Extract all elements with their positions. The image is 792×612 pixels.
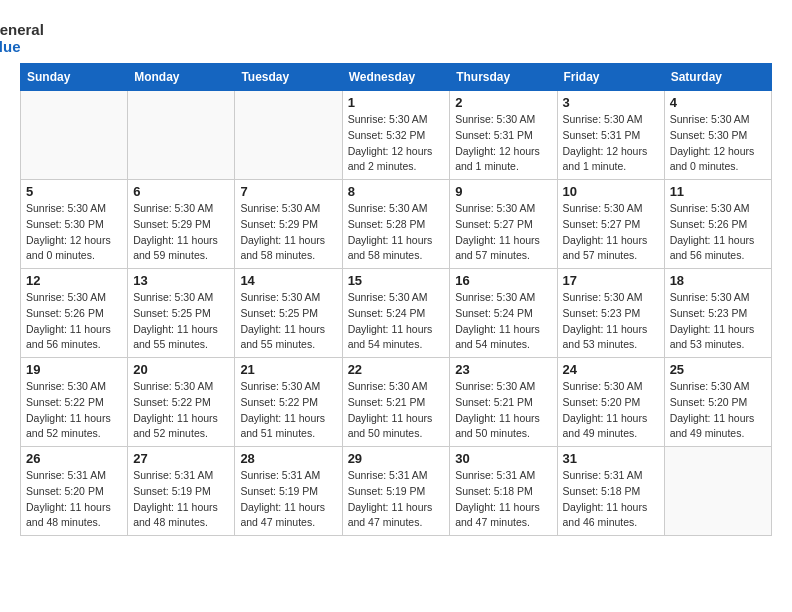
day-number: 19 [26, 362, 122, 377]
calendar-cell: 30Sunrise: 5:31 AM Sunset: 5:18 PM Dayli… [450, 447, 557, 536]
calendar-cell: 14Sunrise: 5:30 AM Sunset: 5:25 PM Dayli… [235, 269, 342, 358]
day-number: 3 [563, 95, 659, 110]
calendar-cell [664, 447, 771, 536]
calendar-cell: 17Sunrise: 5:30 AM Sunset: 5:23 PM Dayli… [557, 269, 664, 358]
day-info: Sunrise: 5:30 AM Sunset: 5:30 PM Dayligh… [26, 201, 122, 264]
calendar-cell: 23Sunrise: 5:30 AM Sunset: 5:21 PM Dayli… [450, 358, 557, 447]
calendar-table: SundayMondayTuesdayWednesdayThursdayFrid… [20, 63, 772, 536]
day-number: 2 [455, 95, 551, 110]
weekday-header-friday: Friday [557, 64, 664, 91]
header: General Blue General Blue [20, 20, 772, 55]
day-number: 24 [563, 362, 659, 377]
day-info: Sunrise: 5:30 AM Sunset: 5:20 PM Dayligh… [563, 379, 659, 442]
day-info: Sunrise: 5:30 AM Sunset: 5:21 PM Dayligh… [455, 379, 551, 442]
day-info: Sunrise: 5:30 AM Sunset: 5:29 PM Dayligh… [240, 201, 336, 264]
calendar-cell: 27Sunrise: 5:31 AM Sunset: 5:19 PM Dayli… [128, 447, 235, 536]
day-info: Sunrise: 5:30 AM Sunset: 5:24 PM Dayligh… [348, 290, 445, 353]
day-number: 21 [240, 362, 336, 377]
calendar-cell: 15Sunrise: 5:30 AM Sunset: 5:24 PM Dayli… [342, 269, 450, 358]
weekday-header-monday: Monday [128, 64, 235, 91]
day-info: Sunrise: 5:30 AM Sunset: 5:24 PM Dayligh… [455, 290, 551, 353]
day-info: Sunrise: 5:30 AM Sunset: 5:23 PM Dayligh… [563, 290, 659, 353]
day-info: Sunrise: 5:30 AM Sunset: 5:32 PM Dayligh… [348, 112, 445, 175]
day-info: Sunrise: 5:31 AM Sunset: 5:19 PM Dayligh… [240, 468, 336, 531]
day-info: Sunrise: 5:31 AM Sunset: 5:18 PM Dayligh… [455, 468, 551, 531]
calendar-cell: 6Sunrise: 5:30 AM Sunset: 5:29 PM Daylig… [128, 180, 235, 269]
calendar-cell: 13Sunrise: 5:30 AM Sunset: 5:25 PM Dayli… [128, 269, 235, 358]
week-row-3: 12Sunrise: 5:30 AM Sunset: 5:26 PM Dayli… [21, 269, 772, 358]
day-number: 17 [563, 273, 659, 288]
day-number: 15 [348, 273, 445, 288]
day-info: Sunrise: 5:30 AM Sunset: 5:23 PM Dayligh… [670, 290, 766, 353]
day-number: 25 [670, 362, 766, 377]
calendar-cell: 12Sunrise: 5:30 AM Sunset: 5:26 PM Dayli… [21, 269, 128, 358]
day-number: 13 [133, 273, 229, 288]
day-number: 20 [133, 362, 229, 377]
weekday-header-tuesday: Tuesday [235, 64, 342, 91]
weekday-header-sunday: Sunday [21, 64, 128, 91]
day-number: 11 [670, 184, 766, 199]
calendar-cell: 28Sunrise: 5:31 AM Sunset: 5:19 PM Dayli… [235, 447, 342, 536]
day-number: 16 [455, 273, 551, 288]
calendar-cell: 7Sunrise: 5:30 AM Sunset: 5:29 PM Daylig… [235, 180, 342, 269]
day-info: Sunrise: 5:30 AM Sunset: 5:27 PM Dayligh… [563, 201, 659, 264]
day-number: 29 [348, 451, 445, 466]
day-info: Sunrise: 5:30 AM Sunset: 5:21 PM Dayligh… [348, 379, 445, 442]
day-number: 31 [563, 451, 659, 466]
calendar-cell: 9Sunrise: 5:30 AM Sunset: 5:27 PM Daylig… [450, 180, 557, 269]
day-info: Sunrise: 5:30 AM Sunset: 5:20 PM Dayligh… [670, 379, 766, 442]
calendar-cell: 5Sunrise: 5:30 AM Sunset: 5:30 PM Daylig… [21, 180, 128, 269]
day-number: 27 [133, 451, 229, 466]
day-number: 30 [455, 451, 551, 466]
day-info: Sunrise: 5:30 AM Sunset: 5:28 PM Dayligh… [348, 201, 445, 264]
calendar-cell [21, 91, 128, 180]
day-number: 7 [240, 184, 336, 199]
calendar-cell: 24Sunrise: 5:30 AM Sunset: 5:20 PM Dayli… [557, 358, 664, 447]
day-number: 26 [26, 451, 122, 466]
day-number: 4 [670, 95, 766, 110]
day-info: Sunrise: 5:30 AM Sunset: 5:26 PM Dayligh… [26, 290, 122, 353]
week-row-5: 26Sunrise: 5:31 AM Sunset: 5:20 PM Dayli… [21, 447, 772, 536]
calendar-cell: 8Sunrise: 5:30 AM Sunset: 5:28 PM Daylig… [342, 180, 450, 269]
day-number: 1 [348, 95, 445, 110]
calendar-cell: 19Sunrise: 5:30 AM Sunset: 5:22 PM Dayli… [21, 358, 128, 447]
day-number: 9 [455, 184, 551, 199]
day-info: Sunrise: 5:30 AM Sunset: 5:29 PM Dayligh… [133, 201, 229, 264]
calendar-cell: 1Sunrise: 5:30 AM Sunset: 5:32 PM Daylig… [342, 91, 450, 180]
logo-blue: Blue [0, 39, 44, 56]
day-info: Sunrise: 5:30 AM Sunset: 5:25 PM Dayligh… [133, 290, 229, 353]
day-number: 6 [133, 184, 229, 199]
day-info: Sunrise: 5:30 AM Sunset: 5:31 PM Dayligh… [563, 112, 659, 175]
day-info: Sunrise: 5:30 AM Sunset: 5:27 PM Dayligh… [455, 201, 551, 264]
calendar-cell: 22Sunrise: 5:30 AM Sunset: 5:21 PM Dayli… [342, 358, 450, 447]
day-number: 22 [348, 362, 445, 377]
day-info: Sunrise: 5:30 AM Sunset: 5:22 PM Dayligh… [240, 379, 336, 442]
week-row-4: 19Sunrise: 5:30 AM Sunset: 5:22 PM Dayli… [21, 358, 772, 447]
weekday-header-row: SundayMondayTuesdayWednesdayThursdayFrid… [21, 64, 772, 91]
day-number: 28 [240, 451, 336, 466]
day-info: Sunrise: 5:31 AM Sunset: 5:18 PM Dayligh… [563, 468, 659, 531]
day-number: 12 [26, 273, 122, 288]
day-info: Sunrise: 5:31 AM Sunset: 5:19 PM Dayligh… [133, 468, 229, 531]
calendar-cell [128, 91, 235, 180]
day-info: Sunrise: 5:30 AM Sunset: 5:22 PM Dayligh… [26, 379, 122, 442]
calendar-cell: 18Sunrise: 5:30 AM Sunset: 5:23 PM Dayli… [664, 269, 771, 358]
calendar-cell: 25Sunrise: 5:30 AM Sunset: 5:20 PM Dayli… [664, 358, 771, 447]
day-info: Sunrise: 5:30 AM Sunset: 5:22 PM Dayligh… [133, 379, 229, 442]
week-row-2: 5Sunrise: 5:30 AM Sunset: 5:30 PM Daylig… [21, 180, 772, 269]
day-info: Sunrise: 5:30 AM Sunset: 5:26 PM Dayligh… [670, 201, 766, 264]
day-number: 18 [670, 273, 766, 288]
calendar-cell: 11Sunrise: 5:30 AM Sunset: 5:26 PM Dayli… [664, 180, 771, 269]
page: General Blue General Blue SundayMondayTu… [0, 0, 792, 546]
calendar-cell: 2Sunrise: 5:30 AM Sunset: 5:31 PM Daylig… [450, 91, 557, 180]
calendar-cell: 26Sunrise: 5:31 AM Sunset: 5:20 PM Dayli… [21, 447, 128, 536]
weekday-header-wednesday: Wednesday [342, 64, 450, 91]
day-number: 14 [240, 273, 336, 288]
calendar-cell: 21Sunrise: 5:30 AM Sunset: 5:22 PM Dayli… [235, 358, 342, 447]
logo-general: General [0, 22, 44, 39]
day-number: 5 [26, 184, 122, 199]
weekday-header-saturday: Saturday [664, 64, 771, 91]
calendar-cell: 10Sunrise: 5:30 AM Sunset: 5:27 PM Dayli… [557, 180, 664, 269]
day-info: Sunrise: 5:31 AM Sunset: 5:20 PM Dayligh… [26, 468, 122, 531]
day-number: 10 [563, 184, 659, 199]
